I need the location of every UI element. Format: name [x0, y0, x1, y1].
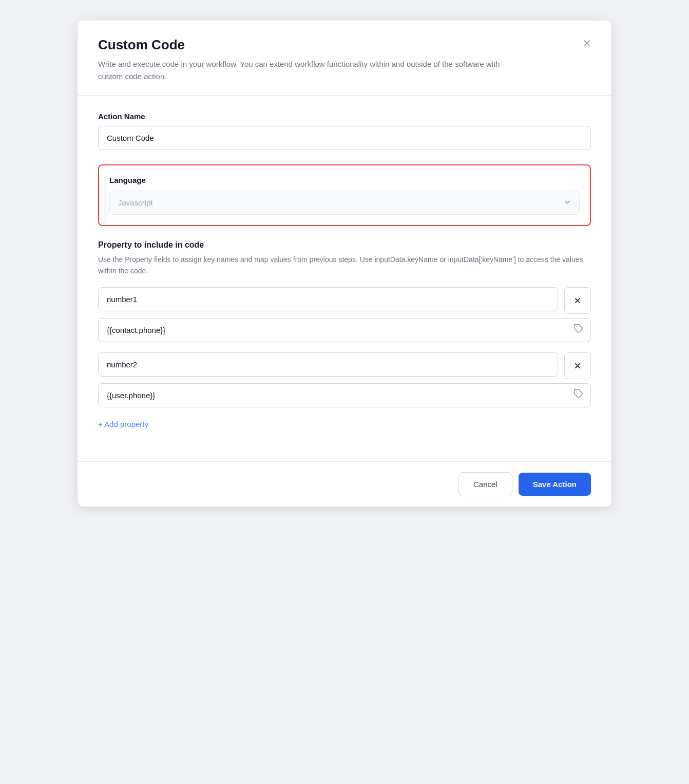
close-button[interactable] [579, 35, 595, 51]
close-icon-1 [573, 296, 582, 305]
action-name-field: Action Name [98, 112, 591, 150]
property-value-input-1[interactable] [98, 318, 591, 342]
modal-description: Write and execute code in your workflow.… [98, 58, 519, 83]
custom-code-modal: Custom Code Write and execute code in yo… [78, 21, 611, 507]
modal-footer: Cancel Save Action [78, 461, 611, 507]
property-section-description: Use the Property fields to assign key na… [98, 254, 591, 277]
language-label: Language [109, 176, 580, 184]
property-value-input-2[interactable] [98, 383, 591, 407]
delete-property-button-2[interactable] [564, 352, 591, 379]
modal-header: Custom Code Write and execute code in yo… [78, 21, 611, 96]
delete-property-button-1[interactable] [564, 287, 591, 314]
language-section: Language Javascript Javascript Python [98, 164, 591, 226]
property-key-input-1[interactable] [98, 287, 558, 311]
property-key-row-1 [98, 287, 591, 314]
language-select[interactable]: Javascript Javascript Python [109, 191, 580, 215]
property-row-group-1 [98, 287, 591, 342]
property-section: Property to include in code Use the Prop… [98, 240, 591, 431]
cancel-button[interactable]: Cancel [458, 472, 512, 496]
action-name-label: Action Name [98, 112, 591, 121]
property-row-group-2 [98, 352, 591, 407]
close-icon [582, 38, 592, 48]
property-key-input-2[interactable] [98, 352, 558, 377]
property-value-wrapper-1 [98, 318, 591, 342]
add-property-button[interactable]: + Add property [98, 418, 148, 431]
property-section-title: Property to include in code [98, 240, 591, 250]
save-action-button[interactable]: Save Action [519, 473, 591, 496]
modal-title: Custom Code [98, 37, 591, 53]
close-icon-2 [573, 362, 582, 370]
language-select-wrapper: Javascript Javascript Python [109, 191, 580, 215]
property-key-row-2 [98, 352, 591, 379]
property-value-wrapper-2 [98, 383, 591, 407]
add-property-label: + Add property [98, 420, 148, 428]
modal-body: Action Name Language Javascript Javascri… [78, 96, 611, 461]
action-name-input[interactable] [98, 126, 591, 150]
